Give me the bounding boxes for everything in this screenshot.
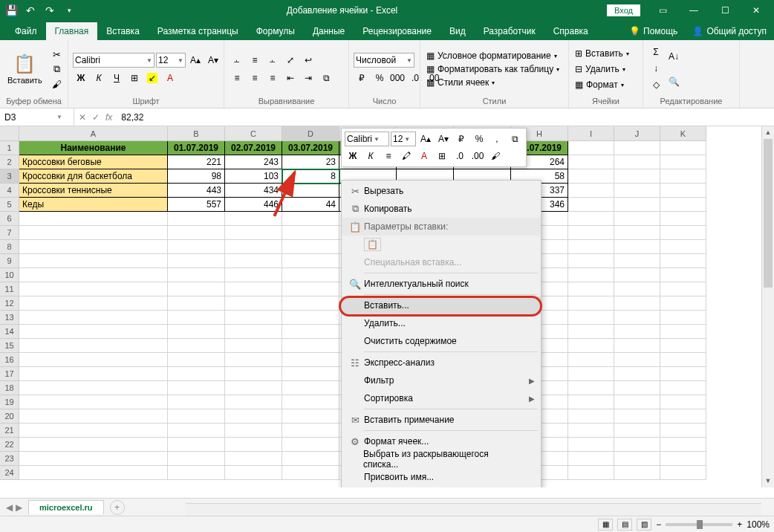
- ctx-quick-analysis[interactable]: ☷Экспресс-анализ: [342, 354, 541, 372]
- font-size-input[interactable]: [158, 55, 176, 65]
- cell-I16[interactable]: [568, 353, 614, 367]
- cell-B13[interactable]: [168, 311, 225, 325]
- ctx-delete[interactable]: Удалить...: [342, 314, 541, 332]
- name-box-input[interactable]: [4, 112, 56, 123]
- enter-formula-icon[interactable]: ✓: [92, 112, 100, 123]
- cell-A6[interactable]: [19, 212, 168, 226]
- ctx-comment[interactable]: ✉Вставить примечание: [342, 411, 541, 429]
- cell-I9[interactable]: [568, 254, 614, 268]
- cell-I17[interactable]: [568, 367, 614, 381]
- cell-A4[interactable]: Кроссовки теннисные: [19, 184, 168, 198]
- cell-D5[interactable]: 44: [282, 198, 339, 212]
- cell-J20[interactable]: [614, 409, 660, 424]
- align-middle-icon[interactable]: ≡: [247, 53, 263, 68]
- row-header-4[interactable]: 4: [0, 184, 19, 198]
- cell-B6[interactable]: [168, 212, 225, 226]
- cell-J1[interactable]: [614, 141, 660, 155]
- row-header-12[interactable]: 12: [0, 296, 19, 311]
- find-icon[interactable]: 🔍: [666, 70, 682, 94]
- cell-K2[interactable]: [660, 155, 706, 169]
- cell-I7[interactable]: [568, 226, 614, 240]
- cell-I14[interactable]: [568, 325, 614, 339]
- mini-increase-font-icon[interactable]: A▴: [417, 132, 434, 146]
- row-header-21[interactable]: 21: [0, 424, 19, 438]
- cell-C22[interactable]: [225, 438, 282, 452]
- cell-B2[interactable]: 221: [168, 155, 225, 169]
- cell-K12[interactable]: [660, 296, 706, 311]
- mini-dec-dec-icon[interactable]: .00: [469, 149, 486, 163]
- align-left-icon[interactable]: ≡: [229, 71, 245, 85]
- cell-A21[interactable]: [19, 424, 168, 438]
- paste-button[interactable]: 📋 Вставить: [4, 52, 45, 86]
- cell-B5[interactable]: 557: [168, 198, 225, 212]
- col-header-K[interactable]: K: [660, 126, 706, 141]
- cell-C10[interactable]: [225, 268, 282, 282]
- cell-C14[interactable]: [225, 325, 282, 339]
- row-header-16[interactable]: 16: [0, 353, 19, 367]
- cell-D19[interactable]: [282, 395, 339, 409]
- tab-file[interactable]: Файл: [6, 22, 46, 40]
- mini-dec-inc-icon[interactable]: .0: [452, 149, 468, 163]
- cell-styles-button[interactable]: ▦Стили ячеек▾: [425, 77, 561, 88]
- cell-I11[interactable]: [568, 282, 614, 296]
- share-button[interactable]: 👤Общий доступ: [685, 22, 774, 40]
- cell-C16[interactable]: [225, 353, 282, 367]
- ctx-smart-lookup[interactable]: 🔍Интеллектуальный поиск: [342, 275, 541, 293]
- conditional-formatting-button[interactable]: ▦Условное форматирование▾: [425, 50, 561, 62]
- cell-C8[interactable]: [225, 240, 282, 254]
- fill-icon[interactable]: ↓: [648, 61, 664, 76]
- align-center-icon[interactable]: ≡: [247, 71, 263, 85]
- cell-I12[interactable]: [568, 296, 614, 311]
- cell-C4[interactable]: 434: [225, 184, 282, 198]
- cell-I4[interactable]: [568, 184, 614, 198]
- cell-A17[interactable]: [19, 367, 168, 381]
- cell-B8[interactable]: [168, 240, 225, 254]
- cell-B14[interactable]: [168, 325, 225, 339]
- row-header-14[interactable]: 14: [0, 325, 19, 339]
- cell-J23[interactable]: [614, 452, 660, 466]
- cell-B3[interactable]: 98: [168, 169, 225, 184]
- row-header-17[interactable]: 17: [0, 367, 19, 381]
- ctx-copy[interactable]: ⧉Копировать: [342, 200, 541, 218]
- mini-font-combo[interactable]: Calibri▼: [345, 132, 389, 146]
- cell-A20[interactable]: [19, 409, 168, 424]
- cell-D21[interactable]: [282, 424, 339, 438]
- tab-review[interactable]: Рецензирование: [354, 22, 440, 40]
- ctx-link[interactable]: 🔗Ссылка...: [342, 486, 541, 487]
- increase-font-icon[interactable]: A▴: [187, 53, 204, 68]
- cell-C3[interactable]: 103: [225, 169, 282, 184]
- tab-view[interactable]: Вид: [440, 22, 475, 40]
- cell-C7[interactable]: [225, 226, 282, 240]
- wrap-text-icon[interactable]: ↩: [300, 53, 316, 68]
- fx-icon[interactable]: fx: [105, 112, 112, 123]
- col-header-A[interactable]: A: [19, 126, 168, 141]
- cell-C21[interactable]: [225, 424, 282, 438]
- row-header-13[interactable]: 13: [0, 311, 19, 325]
- row-header-19[interactable]: 19: [0, 395, 19, 409]
- tab-developer[interactable]: Разработчик: [475, 22, 544, 40]
- view-break-icon[interactable]: ▧: [637, 519, 651, 531]
- mini-comma-icon[interactable]: ,: [489, 132, 505, 146]
- cell-J7[interactable]: [614, 226, 660, 240]
- cell-B15[interactable]: [168, 339, 225, 353]
- cell-K1[interactable]: [660, 141, 706, 155]
- cell-K17[interactable]: [660, 367, 706, 381]
- cell-B22[interactable]: [168, 438, 225, 452]
- view-normal-icon[interactable]: ▦: [598, 519, 613, 531]
- clear-icon[interactable]: ◇: [648, 77, 664, 92]
- cell-I6[interactable]: [568, 212, 614, 226]
- ctx-format[interactable]: ⚙Формат ячеек...: [342, 432, 541, 450]
- cell-A3[interactable]: Кроссовки для баскетбола: [19, 169, 168, 184]
- cell-I20[interactable]: [568, 409, 614, 424]
- cell-D15[interactable]: [282, 339, 339, 353]
- cell-J5[interactable]: [614, 198, 660, 212]
- spreadsheet-grid[interactable]: ABCDEFGHIJK 1234567891011121314151617181…: [0, 126, 774, 487]
- cell-A1[interactable]: Наименование: [19, 141, 168, 155]
- cell-K5[interactable]: [660, 198, 706, 212]
- cell-J9[interactable]: [614, 254, 660, 268]
- cell-K14[interactable]: [660, 325, 706, 339]
- mini-fill-icon[interactable]: 🖍: [398, 149, 414, 163]
- ctx-sort[interactable]: Сортировка▶: [342, 389, 541, 407]
- ctx-define-name[interactable]: Присвоить имя...: [342, 468, 541, 486]
- cell-K24[interactable]: [660, 466, 706, 480]
